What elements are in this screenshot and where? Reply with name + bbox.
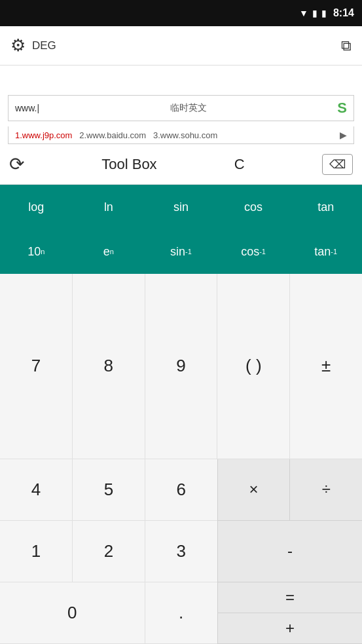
numpad-row-2-left: 4 5 6 <box>0 459 217 521</box>
tan-button[interactable]: tan <box>289 185 362 229</box>
toolbar-left: ⚙ DEG <box>10 35 56 56</box>
btn-8[interactable]: 8 <box>73 274 145 459</box>
toolbox-label: Tool Box <box>101 156 156 173</box>
ln-button[interactable]: ln <box>73 185 145 229</box>
wifi-icon: ▼ <box>299 8 308 18</box>
numpad-row-3-left: 1 2 3 <box>0 521 217 582</box>
app-toolbar: ⚙ DEG ⧉ <box>0 26 362 66</box>
display-area: www.| 临时英文 S 1.www.j9p.com 2.www.baidu.c… <box>0 66 362 144</box>
arrow-right-icon[interactable]: ▶ <box>340 130 347 140</box>
btn-9[interactable]: 9 <box>145 274 218 459</box>
history-icon[interactable]: ⟳ <box>9 153 24 175</box>
suggestion-1[interactable]: 1.www.j9p.com <box>15 130 72 140</box>
time-display: 8:14 <box>333 7 354 19</box>
suggestion-list[interactable]: 1.www.j9p.com 2.www.baidu.com 3.www.sohu… <box>15 130 340 140</box>
numpad-row-3-ops: - <box>217 521 362 582</box>
suggestion-3[interactable]: 3.www.sohu.com <box>153 130 217 140</box>
btn-3[interactable]: 3 <box>145 521 217 582</box>
calc-toolbar: ⟳ Tool Box C ⌫ <box>0 144 362 185</box>
btn-2[interactable]: 2 <box>73 521 145 582</box>
deg-label: DEG <box>32 39 56 52</box>
backspace-button[interactable]: ⌫ <box>322 154 353 175</box>
btn-plusminus[interactable]: ± <box>290 274 362 459</box>
chinese-label: 临时英文 <box>170 102 207 114</box>
trig-row-2: 10n en sin-1 cos-1 tan-1 <box>0 229 362 274</box>
numpad-row-1: 7 8 9 ( ) ± <box>0 274 362 459</box>
settings-icon[interactable]: ⚙ <box>10 35 26 56</box>
ten-power-button[interactable]: 10n <box>0 229 73 274</box>
btn-0[interactable]: 0 <box>0 582 145 644</box>
btn-1[interactable]: 1 <box>0 521 73 582</box>
sin-button[interactable]: sin <box>145 185 217 229</box>
bottom-section: 4 5 6 × ÷ 1 2 3 - 0 . <box>0 459 362 645</box>
btn-7[interactable]: 7 <box>0 274 73 459</box>
btn-minus[interactable]: - <box>217 521 362 582</box>
btn-parens[interactable]: ( ) <box>217 274 290 459</box>
numpad-row-4-left: 0 . <box>0 582 217 644</box>
btn-plus[interactable]: + <box>217 613 362 644</box>
url-input[interactable]: www.| <box>15 103 39 113</box>
e-power-button[interactable]: en <box>73 229 145 274</box>
numpad-row-3: 1 2 3 - <box>0 521 362 582</box>
battery-icon: ▮ <box>321 8 327 18</box>
btn-5[interactable]: 5 <box>73 459 145 521</box>
sim-icon: ▮ <box>312 8 317 18</box>
numpad-row-4: 0 . = + <box>0 582 362 644</box>
numpad-row-4-ops: = + <box>217 582 362 644</box>
arcsin-button[interactable]: sin-1 <box>145 229 217 274</box>
btn-4[interactable]: 4 <box>0 459 73 521</box>
s-brand-icon: S <box>337 100 347 117</box>
log-button[interactable]: log <box>0 185 73 229</box>
btn-dot[interactable]: . <box>145 582 217 644</box>
arccos-button[interactable]: cos-1 <box>217 229 290 274</box>
clear-button[interactable]: C <box>234 156 245 173</box>
btn-divide[interactable]: ÷ <box>289 459 362 521</box>
trig-row-1: log ln sin cos tan <box>0 185 362 229</box>
numpad-row-2-ops: × ÷ <box>217 459 362 521</box>
copy-icon[interactable]: ⧉ <box>341 37 352 54</box>
status-bar: ▼ ▮ ▮ 8:14 <box>0 0 362 26</box>
suggestion-2[interactable]: 2.www.baidu.com <box>79 130 146 140</box>
numpad-row-2: 4 5 6 × ÷ <box>0 459 362 521</box>
autocomplete-suggestions: 1.www.j9p.com 2.www.baidu.com 3.www.sohu… <box>8 126 354 144</box>
btn-multiply[interactable]: × <box>217 459 290 521</box>
trig-rows: log ln sin cos tan 10n en sin-1 cos-1 ta… <box>0 185 362 274</box>
autocomplete-bar: www.| 临时英文 S <box>8 95 354 121</box>
numpad: 7 8 9 ( ) ± 4 5 6 × ÷ 1 2 3 <box>0 274 362 644</box>
btn-equals[interactable]: = <box>217 582 362 613</box>
cos-button[interactable]: cos <box>217 185 290 229</box>
arctan-button[interactable]: tan-1 <box>289 229 362 274</box>
btn-6[interactable]: 6 <box>145 459 217 521</box>
